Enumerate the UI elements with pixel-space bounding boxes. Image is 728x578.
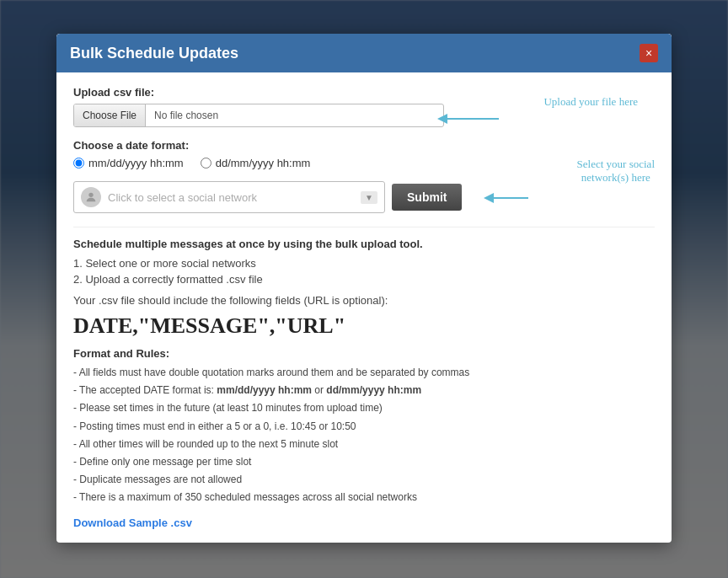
- csv-format: DATE,"MESSAGE","URL": [73, 313, 655, 339]
- upload-section: Upload csv file: Choose File No file cho…: [73, 86, 655, 127]
- rule-item: - Posting times must end in either a 5 o…: [73, 419, 655, 435]
- instructions-heading: Schedule multiple messages at once by us…: [73, 238, 655, 250]
- avatar-icon: [81, 187, 101, 207]
- social-network-select[interactable]: Click to select a social network ▼: [73, 181, 385, 213]
- submit-button[interactable]: Submit: [392, 184, 462, 211]
- radio-input-2[interactable]: [201, 158, 211, 169]
- social-annotation-line2: network(s) here: [581, 171, 650, 184]
- rule-item: - Please set times in the future (at lea…: [73, 400, 655, 416]
- instructions-section: Schedule multiple messages at once by us…: [73, 227, 655, 529]
- modal-overlay: Bulk Schedule Updates × Upload csv file:…: [0, 0, 728, 578]
- rule-item: - There is a maximum of 350 scheduled me…: [73, 490, 655, 506]
- radio-row: mm/dd/yyyy hh:mm dd/mm/yyyy hh:mm: [73, 157, 655, 169]
- rule-date-prefix: - The accepted DATE format is:: [73, 384, 217, 396]
- rule-item: - The accepted DATE format is: mm/dd/yyy…: [73, 383, 655, 399]
- chevron-down-icon: ▼: [361, 191, 377, 204]
- social-annotation-line1: Select your social: [577, 158, 655, 170]
- rule-date-or: or: [314, 384, 326, 396]
- svg-point-2: [88, 193, 93, 197]
- fields-note: Your .csv file should include the follow…: [73, 294, 655, 307]
- rule-date-bold2: dd/mm/yyyy hh:mm: [326, 384, 421, 396]
- rule-item: - All other times will be rounded up to …: [73, 436, 655, 452]
- modal-title: Bulk Schedule Updates: [70, 45, 238, 62]
- file-input-wrapper[interactable]: Choose File No file chosen: [73, 104, 444, 127]
- list-item: 2. Upload a correctly formatted .csv fil…: [73, 273, 655, 286]
- upload-annotation: Upload your file here: [543, 95, 638, 109]
- close-button[interactable]: ×: [640, 44, 658, 62]
- radio-label-1: mm/dd/yyyy hh:mm: [88, 157, 184, 169]
- format-rules-heading: Format and Rules:: [73, 347, 655, 360]
- rules-list: - All fields must have double quotation …: [73, 365, 655, 506]
- download-sample-link[interactable]: Download Sample .csv: [73, 516, 192, 529]
- no-file-text: No file chosen: [146, 104, 227, 126]
- radio-input-1[interactable]: [73, 158, 84, 169]
- rule-item: - Define only one message per time slot: [73, 454, 655, 470]
- date-format-label: Choose a date format:: [73, 139, 655, 152]
- date-format-section: Choose a date format: mm/dd/yyyy hh:mm d…: [73, 139, 655, 169]
- person-icon: [84, 190, 98, 204]
- modal-body: Upload csv file: Choose File No file cho…: [56, 72, 672, 543]
- upload-row: Choose File No file chosen Upload your f…: [73, 104, 655, 127]
- rule-item: - Duplicate messages are not allowed: [73, 472, 655, 488]
- radio-option1[interactable]: mm/dd/yyyy hh:mm: [73, 157, 184, 169]
- network-submit-row: Click to select a social network ▼ Submi…: [73, 181, 655, 213]
- choose-file-button[interactable]: Choose File: [74, 104, 146, 126]
- social-annotation: Select your social network(s) here: [577, 158, 655, 185]
- rule-date-bold1: mm/dd/yyyy hh:mm: [217, 384, 312, 396]
- upload-arrow-icon: [436, 109, 503, 129]
- rule-item: - All fields must have double quotation …: [73, 365, 655, 381]
- modal-dialog: Bulk Schedule Updates × Upload csv file:…: [56, 34, 672, 543]
- radio-label-2: dd/mm/yyyy hh:mm: [216, 157, 311, 169]
- instructions-list: 1. Select one or more social networks 2.…: [73, 257, 655, 286]
- list-item: 1. Select one or more social networks: [73, 257, 655, 270]
- network-placeholder-text: Click to select a social network: [108, 191, 361, 204]
- modal-header: Bulk Schedule Updates ×: [56, 34, 672, 72]
- radio-option2[interactable]: dd/mm/yyyy hh:mm: [201, 157, 311, 169]
- social-arrow-icon: [482, 188, 533, 208]
